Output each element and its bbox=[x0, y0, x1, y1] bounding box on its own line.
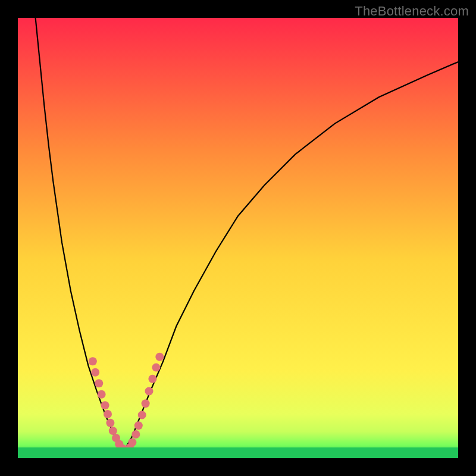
marker-dot bbox=[89, 357, 97, 365]
curve-right-arm bbox=[124, 62, 458, 452]
curve-left-arm bbox=[36, 18, 124, 452]
marker-dot bbox=[95, 379, 103, 387]
marker-dot bbox=[148, 375, 156, 383]
marker-dot bbox=[106, 419, 114, 427]
plot-frame bbox=[18, 18, 458, 458]
marker-dot bbox=[104, 410, 112, 418]
curve-layer bbox=[18, 18, 458, 458]
marker-dot bbox=[131, 430, 140, 439]
marker-dot bbox=[98, 390, 106, 399]
marker-dot bbox=[155, 353, 164, 361]
marker-dot bbox=[101, 401, 109, 409]
marker-dot bbox=[145, 387, 154, 396]
marker-dot bbox=[128, 438, 136, 446]
bottom-green-band bbox=[18, 447, 458, 458]
marker-group bbox=[89, 353, 164, 455]
marker-dot bbox=[109, 427, 117, 435]
marker-dot bbox=[142, 399, 150, 408]
watermark-text: TheBottleneck.com bbox=[355, 4, 469, 19]
marker-dot bbox=[138, 411, 146, 419]
marker-dot bbox=[152, 364, 160, 372]
marker-dot bbox=[91, 368, 99, 377]
marker-dot bbox=[134, 421, 143, 430]
